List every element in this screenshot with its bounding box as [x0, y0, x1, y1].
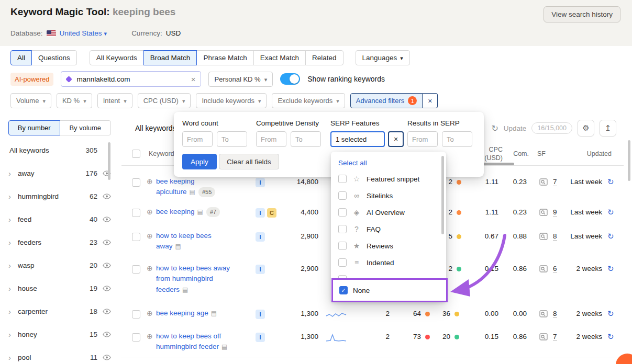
add-keyword-icon[interactable]: [147, 264, 153, 272]
table-horizontal-scrollbar[interactable]: [482, 163, 514, 165]
select-all-checkbox[interactable]: [132, 150, 140, 158]
updated-column-header[interactable]: Updated: [576, 150, 612, 157]
refresh-row-icon[interactable]: [607, 232, 614, 241]
page-scrollbar[interactable]: [628, 140, 630, 181]
results-in-serp-from-input[interactable]: [407, 131, 438, 147]
tab-by-number[interactable]: By number: [8, 120, 60, 135]
sf-count-link[interactable]: 8: [553, 310, 557, 318]
serp-features-select[interactable]: 1 selected: [330, 131, 385, 147]
serp-features-icon[interactable]: [539, 265, 548, 275]
serp-feature-option-featured-snippet[interactable]: ☆Featured snippet: [331, 170, 446, 187]
serp-preview-icon[interactable]: [182, 286, 188, 293]
competitive-density-to-input[interactable]: [291, 131, 321, 147]
update-refresh-icon[interactable]: [491, 123, 498, 133]
serp-features-icon[interactable]: [539, 333, 548, 343]
option-checkbox[interactable]: [338, 242, 347, 250]
chevron-right-icon[interactable]: [8, 284, 18, 293]
group-row-carpenter[interactable]: carpenter 18: [8, 300, 111, 323]
refresh-row-icon[interactable]: [607, 177, 614, 187]
sf-count-link[interactable]: 7: [553, 333, 557, 341]
show-ranking-keywords-toggle[interactable]: [280, 73, 300, 85]
personal-kd-dropdown[interactable]: Personal KD %: [208, 72, 273, 87]
serp-preview-icon[interactable]: [175, 243, 181, 250]
eye-icon[interactable]: [103, 286, 111, 291]
serp-features-icon[interactable]: [539, 178, 548, 188]
volume-filter[interactable]: Volume: [10, 93, 51, 108]
sf-count-link[interactable]: 8: [553, 232, 557, 241]
update-label[interactable]: Update: [504, 124, 527, 132]
refresh-row-icon[interactable]: [607, 208, 614, 217]
option-checkbox[interactable]: [338, 258, 347, 267]
competitive-density-from-input[interactable]: [256, 131, 286, 147]
keyword-link[interactable]: how to keep bees away from hummingbird f…: [156, 264, 230, 293]
row-checkbox[interactable]: [132, 265, 140, 274]
group-row-feeders[interactable]: feeders 23: [8, 231, 111, 254]
serp-feature-option-none[interactable]: None: [331, 278, 448, 302]
domain-input[interactable]: [75, 75, 186, 84]
chevron-right-icon[interactable]: [8, 169, 18, 178]
row-checkbox[interactable]: [132, 233, 140, 241]
chevron-right-icon[interactable]: [8, 238, 18, 247]
sf-count-link[interactable]: 7: [553, 178, 557, 186]
clear-serp-features-icon[interactable]: [388, 131, 404, 147]
eye-icon[interactable]: [103, 355, 111, 360]
serp-features-icon[interactable]: [539, 209, 548, 218]
option-checkbox[interactable]: [338, 175, 347, 183]
select-all-option[interactable]: Select all: [331, 155, 446, 170]
serp-feature-option-faq[interactable]: ?FAQ: [331, 221, 446, 237]
keyword-link[interactable]: how to keep bees off hummingbird feeder: [156, 332, 221, 350]
tab-by-volume[interactable]: By volume: [60, 120, 112, 135]
option-checkbox[interactable]: [338, 191, 347, 200]
serp-feature-option-reviews[interactable]: ★Reviews: [331, 237, 446, 254]
clear-advanced-filters-icon[interactable]: [423, 93, 438, 108]
tab-all[interactable]: All: [10, 50, 32, 65]
group-row-hummingbird[interactable]: hummingbird 62: [8, 185, 111, 208]
group-row-feed[interactable]: feed 40: [8, 208, 111, 231]
add-keyword-icon[interactable]: [147, 309, 153, 317]
option-checkbox[interactable]: [338, 225, 347, 233]
eye-icon[interactable]: [103, 309, 111, 314]
clear-domain-icon[interactable]: [191, 75, 196, 83]
serp-preview-icon[interactable]: [211, 310, 217, 317]
serp-preview-icon[interactable]: [221, 343, 227, 350]
chevron-right-icon[interactable]: [8, 353, 18, 362]
languages-dropdown[interactable]: Languages: [356, 50, 410, 65]
cpc-filter[interactable]: CPC (USD): [138, 93, 191, 108]
tab-exact-match[interactable]: Exact Match: [253, 50, 306, 65]
row-checkbox[interactable]: [132, 310, 140, 318]
tab-all-keywords[interactable]: All Keywords: [90, 50, 144, 65]
clear-all-fields-button[interactable]: Clear all fields: [219, 154, 279, 169]
group-row-wasp[interactable]: wasp 20: [8, 254, 111, 277]
group-row-house[interactable]: house 19: [8, 277, 111, 300]
dropdown-scrollbar[interactable]: [441, 156, 444, 234]
settings-gear-button[interactable]: [578, 120, 594, 136]
keyword-column-header[interactable]: Keyword: [149, 150, 174, 157]
group-all-keywords[interactable]: All keywords 305: [8, 139, 111, 162]
chevron-right-icon[interactable]: [8, 261, 18, 270]
serp-preview-icon[interactable]: [190, 188, 195, 196]
exclude-keywords-filter[interactable]: Exclude keywords: [272, 93, 345, 108]
row-checkbox[interactable]: [132, 333, 140, 342]
tab-broad-match[interactable]: Broad Match: [143, 50, 197, 65]
word-count-from-input[interactable]: [182, 131, 213, 147]
refresh-row-icon[interactable]: [607, 309, 614, 318]
eye-icon[interactable]: [103, 217, 111, 222]
keyword-link[interactable]: how to keep bees away: [156, 232, 212, 250]
keyword-link[interactable]: bee keeping: [156, 208, 195, 215]
com-column-header[interactable]: Com.: [511, 150, 529, 157]
tab-questions[interactable]: Questions: [31, 50, 77, 65]
eye-icon[interactable]: [103, 240, 111, 245]
word-count-to-input[interactable]: [217, 131, 247, 147]
group-row-away[interactable]: away 176: [8, 162, 111, 185]
add-keyword-icon[interactable]: [147, 232, 153, 240]
chevron-right-icon[interactable]: [8, 307, 18, 316]
eye-icon[interactable]: [103, 263, 111, 268]
apply-button[interactable]: Apply: [182, 154, 217, 169]
serp-feature-option-indented[interactable]: ≡Indented: [331, 254, 446, 271]
serp-feature-option-sitelinks[interactable]: ∞Sitelinks: [331, 187, 446, 204]
database-selector[interactable]: United States: [60, 29, 107, 37]
serp-feature-option-ai-overview[interactable]: ◈AI Overview: [331, 204, 446, 221]
add-keyword-icon[interactable]: [147, 332, 153, 340]
tab-phrase-match[interactable]: Phrase Match: [196, 50, 253, 65]
group-row-pool[interactable]: pool 11: [8, 346, 111, 364]
